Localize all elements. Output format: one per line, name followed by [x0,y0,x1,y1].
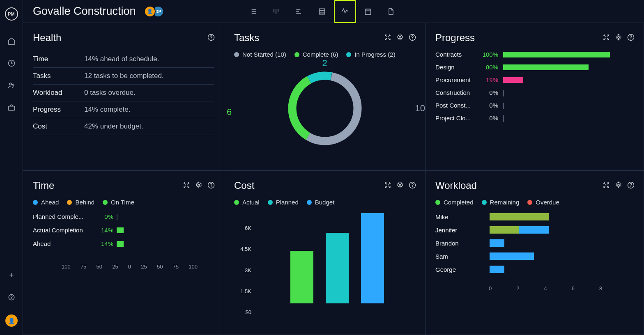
expand-icon[interactable] [602,33,611,42]
progress-row-pct: 19% [479,76,498,83]
health-row-value: 12 tasks to be completed. [84,68,214,85]
progress-row-pct: 80% [479,64,498,71]
time-row-name: Ahead [33,240,90,247]
svg-point-19 [198,184,200,186]
legend-dot-icon [527,200,532,205]
axis-tick: 0 [489,285,492,291]
gear-icon[interactable] [396,33,405,42]
expand-icon[interactable] [182,181,191,190]
axis-tick: 50 [97,264,102,270]
progress-row-name: Project Clo... [435,115,474,122]
legend-label: Complete (6) [303,51,338,58]
help-icon[interactable] [626,33,635,42]
legend-item: Remaining [482,199,520,206]
time-row-name: Planned Comple... [33,213,90,220]
svg-point-10 [399,37,401,39]
help-icon[interactable] [207,181,216,190]
donut-label-inprogress: 2 [322,58,327,69]
axis-tick: 6K [234,225,251,231]
workload-bar [490,226,634,234]
legend-dot-icon [294,52,299,57]
gear-icon[interactable] [614,181,623,190]
member-avatars[interactable]: 👤 GP [144,6,164,17]
nav-briefcase-icon[interactable] [7,103,16,112]
progress-row-name: Contracts [435,51,474,58]
gear-icon[interactable] [614,33,623,42]
axis-tick: 6 [572,285,575,291]
axis-tick: 25 [141,264,147,270]
help-icon[interactable] [408,181,417,190]
legend-label: Planned [276,199,299,206]
workload-bar [490,239,634,247]
expand-icon[interactable] [383,33,392,42]
health-row-label: Cost [33,118,84,135]
svg-rect-6 [319,9,324,14]
health-row-label: Progress [33,101,84,118]
nav-add-icon[interactable] [7,270,16,280]
axis-tick: 4.5K [234,246,251,252]
axis-tick: 75 [173,264,179,270]
tasks-donut-chart: 2 6 10 [234,65,415,151]
cost-bar-planned [326,233,349,303]
user-avatar-icon[interactable]: 👤 [5,314,18,327]
topbar: Govalle Construction 👤 GP [23,0,644,23]
legend-dot-icon [33,200,38,205]
time-row-pct: 14% [94,227,113,234]
help-icon[interactable] [207,33,216,42]
legend-item: Planned [268,199,299,206]
time-row-name: Actual Completion [33,227,90,234]
progress-row-pct: 100% [479,51,498,58]
legend-dot-icon [346,52,351,57]
time-bar [117,227,214,233]
workload-row-name: Jennifer [435,227,485,234]
svg-point-22 [399,184,401,186]
legend-dot-icon [482,200,487,205]
app-sidebar: PM 👤 [0,0,23,335]
legend-label: In Progress (2) [354,51,395,58]
nav-help-icon[interactable] [7,292,16,302]
legend-dot-icon [268,200,273,205]
progress-row-pct: 0% [479,102,498,109]
axis-tick: 2 [516,285,519,291]
view-files-icon[interactable] [380,0,402,23]
legend-item: Behind [67,199,94,206]
health-row-label: Tasks [33,68,84,85]
avatar-1[interactable]: 👤 [144,6,156,17]
panel-tasks: Tasks Not Started (10)Complete (6)In Pro… [224,23,426,171]
axis-tick: 4 [544,285,547,291]
panel-time: Time AheadBehindOn Time Planned Comple..… [23,171,224,335]
svg-point-9 [211,39,212,39]
legend-item: In Progress (2) [346,51,395,58]
view-list-icon[interactable] [242,0,264,23]
workload-bar [490,213,634,220]
expand-icon[interactable] [602,181,611,190]
legend-label: Overdue [536,199,559,206]
workload-bar [490,266,634,273]
nav-home-icon[interactable] [7,36,16,46]
nav-clock-icon[interactable] [7,58,16,68]
help-icon[interactable] [626,181,635,190]
cost-bar-actual [290,251,313,303]
view-sheet-icon[interactable] [311,0,333,23]
gear-icon[interactable] [396,181,405,190]
svg-point-27 [631,187,631,187]
help-icon[interactable] [408,33,417,42]
health-row-label: Time [33,51,84,68]
progress-row-name: Design [435,64,474,71]
time-row-pct: 14% [94,240,113,247]
view-board-icon[interactable] [265,0,287,23]
legend-dot-icon [234,52,239,57]
progress-row-name: Post Const... [435,102,474,109]
nav-team-icon[interactable] [7,80,16,90]
gear-icon[interactable] [194,181,203,190]
expand-icon[interactable] [383,181,392,190]
view-gantt-icon[interactable] [288,0,310,23]
app-logo[interactable]: PM [5,7,18,21]
legend-item: Not Started (10) [234,51,286,58]
view-dashboard-icon[interactable] [334,0,356,23]
svg-point-5 [11,298,12,299]
legend-dot-icon [435,200,440,205]
axis-tick: $0 [234,309,251,315]
view-calendar-icon[interactable] [357,0,379,23]
legend-dot-icon [234,200,239,205]
